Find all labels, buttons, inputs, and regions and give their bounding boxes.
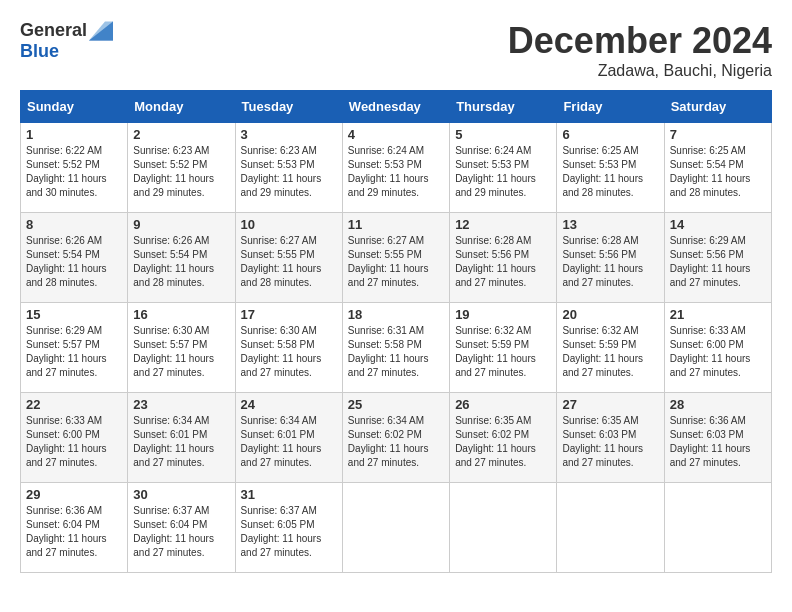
- day-info: Sunrise: 6:26 AM Sunset: 5:54 PM Dayligh…: [26, 234, 122, 290]
- day-number: 19: [455, 307, 551, 322]
- calendar-cell: 17Sunrise: 6:30 AM Sunset: 5:58 PM Dayli…: [235, 303, 342, 393]
- day-number: 26: [455, 397, 551, 412]
- calendar-cell: 22Sunrise: 6:33 AM Sunset: 6:00 PM Dayli…: [21, 393, 128, 483]
- day-info: Sunrise: 6:33 AM Sunset: 6:00 PM Dayligh…: [670, 324, 766, 380]
- calendar-cell: 15Sunrise: 6:29 AM Sunset: 5:57 PM Dayli…: [21, 303, 128, 393]
- calendar-cell: [342, 483, 449, 573]
- day-number: 25: [348, 397, 444, 412]
- day-info: Sunrise: 6:32 AM Sunset: 5:59 PM Dayligh…: [562, 324, 658, 380]
- day-info: Sunrise: 6:24 AM Sunset: 5:53 PM Dayligh…: [348, 144, 444, 200]
- calendar-cell: 16Sunrise: 6:30 AM Sunset: 5:57 PM Dayli…: [128, 303, 235, 393]
- day-info: Sunrise: 6:29 AM Sunset: 5:56 PM Dayligh…: [670, 234, 766, 290]
- calendar-cell: [557, 483, 664, 573]
- day-number: 17: [241, 307, 337, 322]
- calendar-cell: 4Sunrise: 6:24 AM Sunset: 5:53 PM Daylig…: [342, 123, 449, 213]
- calendar-cell: 19Sunrise: 6:32 AM Sunset: 5:59 PM Dayli…: [450, 303, 557, 393]
- day-info: Sunrise: 6:33 AM Sunset: 6:00 PM Dayligh…: [26, 414, 122, 470]
- calendar-cell: 24Sunrise: 6:34 AM Sunset: 6:01 PM Dayli…: [235, 393, 342, 483]
- calendar-cell: [450, 483, 557, 573]
- day-number: 14: [670, 217, 766, 232]
- day-number: 27: [562, 397, 658, 412]
- day-number: 5: [455, 127, 551, 142]
- calendar-cell: 9Sunrise: 6:26 AM Sunset: 5:54 PM Daylig…: [128, 213, 235, 303]
- calendar-week-row: 1Sunrise: 6:22 AM Sunset: 5:52 PM Daylig…: [21, 123, 772, 213]
- day-info: Sunrise: 6:29 AM Sunset: 5:57 PM Dayligh…: [26, 324, 122, 380]
- calendar-cell: 10Sunrise: 6:27 AM Sunset: 5:55 PM Dayli…: [235, 213, 342, 303]
- calendar-cell: 3Sunrise: 6:23 AM Sunset: 5:53 PM Daylig…: [235, 123, 342, 213]
- calendar-cell: 12Sunrise: 6:28 AM Sunset: 5:56 PM Dayli…: [450, 213, 557, 303]
- day-info: Sunrise: 6:28 AM Sunset: 5:56 PM Dayligh…: [562, 234, 658, 290]
- day-info: Sunrise: 6:35 AM Sunset: 6:02 PM Dayligh…: [455, 414, 551, 470]
- day-info: Sunrise: 6:23 AM Sunset: 5:53 PM Dayligh…: [241, 144, 337, 200]
- svg-marker-1: [89, 21, 113, 40]
- day-number: 29: [26, 487, 122, 502]
- day-number: 21: [670, 307, 766, 322]
- column-header-saturday: Saturday: [664, 91, 771, 123]
- day-number: 1: [26, 127, 122, 142]
- day-number: 24: [241, 397, 337, 412]
- calendar-cell: 2Sunrise: 6:23 AM Sunset: 5:52 PM Daylig…: [128, 123, 235, 213]
- calendar-cell: 23Sunrise: 6:34 AM Sunset: 6:01 PM Dayli…: [128, 393, 235, 483]
- day-info: Sunrise: 6:24 AM Sunset: 5:53 PM Dayligh…: [455, 144, 551, 200]
- calendar-cell: 13Sunrise: 6:28 AM Sunset: 5:56 PM Dayli…: [557, 213, 664, 303]
- day-number: 16: [133, 307, 229, 322]
- day-info: Sunrise: 6:34 AM Sunset: 6:01 PM Dayligh…: [241, 414, 337, 470]
- column-header-thursday: Thursday: [450, 91, 557, 123]
- day-number: 30: [133, 487, 229, 502]
- day-info: Sunrise: 6:25 AM Sunset: 5:53 PM Dayligh…: [562, 144, 658, 200]
- calendar-cell: 11Sunrise: 6:27 AM Sunset: 5:55 PM Dayli…: [342, 213, 449, 303]
- day-number: 28: [670, 397, 766, 412]
- day-number: 31: [241, 487, 337, 502]
- day-info: Sunrise: 6:27 AM Sunset: 5:55 PM Dayligh…: [241, 234, 337, 290]
- calendar-cell: 20Sunrise: 6:32 AM Sunset: 5:59 PM Dayli…: [557, 303, 664, 393]
- calendar-cell: 5Sunrise: 6:24 AM Sunset: 5:53 PM Daylig…: [450, 123, 557, 213]
- day-number: 9: [133, 217, 229, 232]
- column-header-friday: Friday: [557, 91, 664, 123]
- calendar-cell: 14Sunrise: 6:29 AM Sunset: 5:56 PM Dayli…: [664, 213, 771, 303]
- calendar-cell: 26Sunrise: 6:35 AM Sunset: 6:02 PM Dayli…: [450, 393, 557, 483]
- calendar-cell: 1Sunrise: 6:22 AM Sunset: 5:52 PM Daylig…: [21, 123, 128, 213]
- day-number: 6: [562, 127, 658, 142]
- day-info: Sunrise: 6:22 AM Sunset: 5:52 PM Dayligh…: [26, 144, 122, 200]
- calendar-cell: 7Sunrise: 6:25 AM Sunset: 5:54 PM Daylig…: [664, 123, 771, 213]
- day-info: Sunrise: 6:30 AM Sunset: 5:57 PM Dayligh…: [133, 324, 229, 380]
- column-header-wednesday: Wednesday: [342, 91, 449, 123]
- calendar-header-row: SundayMondayTuesdayWednesdayThursdayFrid…: [21, 91, 772, 123]
- day-info: Sunrise: 6:36 AM Sunset: 6:04 PM Dayligh…: [26, 504, 122, 560]
- day-number: 10: [241, 217, 337, 232]
- day-number: 18: [348, 307, 444, 322]
- day-number: 7: [670, 127, 766, 142]
- calendar-cell: 27Sunrise: 6:35 AM Sunset: 6:03 PM Dayli…: [557, 393, 664, 483]
- day-number: 12: [455, 217, 551, 232]
- calendar-cell: 29Sunrise: 6:36 AM Sunset: 6:04 PM Dayli…: [21, 483, 128, 573]
- day-number: 8: [26, 217, 122, 232]
- day-number: 4: [348, 127, 444, 142]
- day-info: Sunrise: 6:27 AM Sunset: 5:55 PM Dayligh…: [348, 234, 444, 290]
- logo-general-text: General: [20, 20, 87, 41]
- calendar-cell: 31Sunrise: 6:37 AM Sunset: 6:05 PM Dayli…: [235, 483, 342, 573]
- day-info: Sunrise: 6:28 AM Sunset: 5:56 PM Dayligh…: [455, 234, 551, 290]
- column-header-sunday: Sunday: [21, 91, 128, 123]
- calendar-cell: 6Sunrise: 6:25 AM Sunset: 5:53 PM Daylig…: [557, 123, 664, 213]
- day-info: Sunrise: 6:36 AM Sunset: 6:03 PM Dayligh…: [670, 414, 766, 470]
- column-header-tuesday: Tuesday: [235, 91, 342, 123]
- day-number: 13: [562, 217, 658, 232]
- day-info: Sunrise: 6:32 AM Sunset: 5:59 PM Dayligh…: [455, 324, 551, 380]
- day-info: Sunrise: 6:35 AM Sunset: 6:03 PM Dayligh…: [562, 414, 658, 470]
- day-info: Sunrise: 6:31 AM Sunset: 5:58 PM Dayligh…: [348, 324, 444, 380]
- day-info: Sunrise: 6:37 AM Sunset: 6:05 PM Dayligh…: [241, 504, 337, 560]
- logo-icon: [89, 21, 113, 41]
- logo-blue-text: Blue: [20, 41, 59, 62]
- day-info: Sunrise: 6:34 AM Sunset: 6:01 PM Dayligh…: [133, 414, 229, 470]
- location: Zadawa, Bauchi, Nigeria: [508, 62, 772, 80]
- calendar-cell: 8Sunrise: 6:26 AM Sunset: 5:54 PM Daylig…: [21, 213, 128, 303]
- column-header-monday: Monday: [128, 91, 235, 123]
- calendar-week-row: 8Sunrise: 6:26 AM Sunset: 5:54 PM Daylig…: [21, 213, 772, 303]
- page-header: General Blue December 2024 Zadawa, Bauch…: [20, 20, 772, 80]
- day-info: Sunrise: 6:30 AM Sunset: 5:58 PM Dayligh…: [241, 324, 337, 380]
- calendar-week-row: 22Sunrise: 6:33 AM Sunset: 6:00 PM Dayli…: [21, 393, 772, 483]
- day-number: 15: [26, 307, 122, 322]
- day-number: 3: [241, 127, 337, 142]
- calendar-week-row: 15Sunrise: 6:29 AM Sunset: 5:57 PM Dayli…: [21, 303, 772, 393]
- calendar-cell: 21Sunrise: 6:33 AM Sunset: 6:00 PM Dayli…: [664, 303, 771, 393]
